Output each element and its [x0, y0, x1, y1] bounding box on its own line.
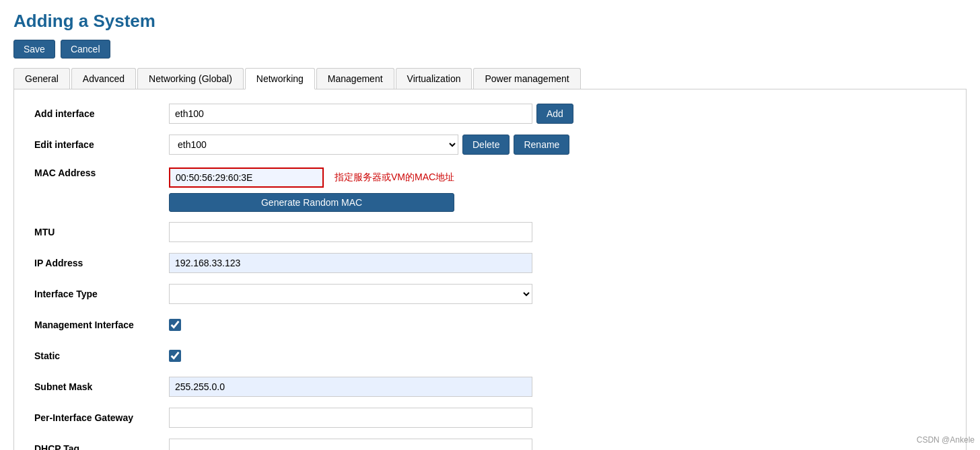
cancel-button[interactable]: Cancel [61, 40, 110, 59]
mac-address-row: MAC Address 指定服务器或VM的MAC地址 Generate Rand… [34, 165, 946, 212]
subnet-mask-label: Subnet Mask [34, 381, 169, 392]
subnet-mask-row: Subnet Mask [34, 376, 946, 398]
dhcp-tag-row: DHCP Tag [34, 438, 946, 450]
management-interface-label: Management Interface [34, 320, 169, 330]
static-label: Static [34, 350, 169, 361]
rename-button[interactable]: Rename [514, 135, 569, 155]
management-interface-row: Management Interface [34, 314, 946, 336]
tab-networking[interactable]: Networking [245, 68, 315, 89]
mac-address-label: MAC Address [34, 167, 169, 178]
toolbar: Save Cancel [13, 40, 967, 59]
save-button[interactable]: Save [13, 40, 55, 59]
mtu-row: MTU [34, 221, 946, 243]
tab-advanced[interactable]: Advanced [71, 68, 136, 89]
tab-power-management[interactable]: Power management [473, 68, 580, 89]
edit-interface-controls: eth100 Delete Rename [169, 135, 569, 155]
management-interface-checkbox[interactable] [169, 319, 181, 331]
add-interface-input[interactable] [169, 104, 532, 124]
mtu-input[interactable] [169, 222, 532, 242]
interface-type-label: Interface Type [34, 289, 169, 299]
page-wrapper: Adding a System Save Cancel General Adva… [0, 0, 980, 450]
tab-virtualization[interactable]: Virtualization [396, 68, 473, 89]
mac-annotation: 指定服务器或VM的MAC地址 [335, 172, 454, 184]
tabs: General Advanced Networking (Global) Net… [13, 68, 967, 89]
content-area: Add interface Add Edit interface eth100 … [13, 89, 967, 450]
subnet-mask-input[interactable] [169, 377, 532, 397]
tab-networking-global[interactable]: Networking (Global) [137, 68, 244, 89]
dhcp-tag-input[interactable] [169, 439, 532, 450]
page-title: Adding a System [13, 11, 967, 32]
gateway-input[interactable] [169, 408, 532, 428]
ip-address-row: IP Address [34, 252, 946, 274]
add-interface-row: Add interface Add [34, 103, 946, 124]
gateway-label: Per-Interface Gateway [34, 412, 169, 423]
mtu-label: MTU [34, 227, 169, 237]
delete-button[interactable]: Delete [462, 135, 510, 155]
mac-section: 指定服务器或VM的MAC地址 Generate Random MAC [169, 167, 454, 212]
tab-management[interactable]: Management [316, 68, 394, 89]
add-interface-button[interactable]: Add [536, 104, 573, 124]
ip-address-label: IP Address [34, 258, 169, 268]
gateway-row: Per-Interface Gateway [34, 407, 946, 428]
dhcp-tag-label: DHCP Tag [34, 443, 169, 450]
interface-type-select[interactable] [169, 284, 532, 304]
add-interface-label: Add interface [34, 108, 169, 119]
edit-interface-select[interactable]: eth100 [169, 135, 458, 155]
watermark: CSDN @Ankele [917, 435, 975, 445]
interface-type-row: Interface Type [34, 283, 946, 305]
tab-general[interactable]: General [13, 68, 70, 89]
mac-address-input[interactable] [169, 167, 324, 188]
ip-address-input[interactable] [169, 253, 532, 273]
static-row: Static [34, 345, 946, 367]
static-checkbox[interactable] [169, 350, 181, 362]
mac-row: 指定服务器或VM的MAC地址 [169, 167, 454, 188]
edit-interface-label: Edit interface [34, 139, 169, 150]
generate-mac-button[interactable]: Generate Random MAC [169, 193, 454, 212]
edit-interface-row: Edit interface eth100 Delete Rename [34, 134, 946, 155]
